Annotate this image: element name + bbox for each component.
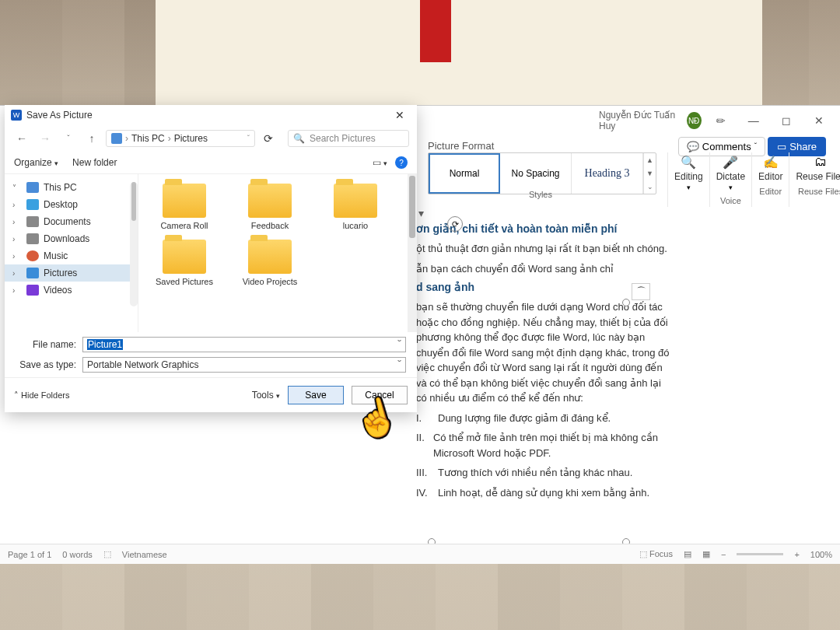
- proofing-icon[interactable]: ⬚: [103, 549, 111, 559]
- styles-expand[interactable]: ▲▼⌄: [643, 153, 656, 194]
- folder-item[interactable]: Camera Roll: [142, 180, 227, 233]
- crumb-pc[interactable]: This PC: [131, 133, 165, 144]
- dialog-titlebar: W Save As Picture ✕: [5, 105, 417, 125]
- chevron-down-icon: ˇ: [754, 142, 757, 151]
- breadcrumb[interactable]: › This PC › Pictures ˇ: [106, 130, 255, 147]
- minimize-button[interactable]: —: [740, 109, 767, 132]
- tree-this-pc[interactable]: ˅This PC: [5, 179, 138, 196]
- files-icon: 🗂: [813, 154, 828, 170]
- rotate-handle[interactable]: ⟳: [447, 216, 463, 232]
- pointer-cursor-overlay: [354, 397, 393, 443]
- ribbon-right-groups: 🔍Editing▾ 🎤Dictate▾Voice ✍EditorEditor 🗂…: [667, 152, 834, 207]
- editing-group[interactable]: 🔍Editing▾: [667, 152, 709, 207]
- ink-icon[interactable]: ✎: [703, 103, 738, 138]
- layout-options-icon[interactable]: ⌒: [632, 283, 650, 300]
- editor-group[interactable]: ✍EditorEditor: [751, 152, 789, 207]
- filetype-label: Save as type:: [16, 359, 82, 370]
- folder-icon: [248, 240, 292, 274]
- forward-button[interactable]: →: [36, 132, 54, 145]
- folder-item[interactable]: Saved Pictures: [142, 236, 227, 289]
- doc-p2: ẫn bạn cách chuyển đổi Word sang ảnh chỉ: [416, 261, 673, 277]
- filename-input[interactable]: Picture1: [82, 337, 406, 352]
- statusbar: Page 1 of 1 0 words ⬚ Vietnamese ⬚ Focus…: [0, 544, 840, 564]
- filename-label: File name:: [16, 339, 82, 350]
- user-name: Nguyễn Đức Tuấn Huy: [599, 110, 681, 131]
- recent-dropdown[interactable]: ˇ: [59, 135, 78, 143]
- organize-button[interactable]: Organize ▾: [14, 157, 58, 168]
- tree-documents[interactable]: ›Documents: [5, 213, 138, 230]
- zoom-in[interactable]: +: [794, 550, 799, 559]
- folder-item[interactable]: lucario: [313, 180, 398, 233]
- zoom-out[interactable]: −: [721, 550, 726, 559]
- new-folder-button[interactable]: New folder: [72, 157, 117, 168]
- doc-p3: bạn sẽ thường chuyển file dưới dạng Word…: [416, 299, 673, 406]
- comment-icon: 💬: [687, 141, 699, 152]
- list-item: II.Có thể mở file ảnh trên mọi thiết bị …: [416, 430, 673, 460]
- style-normal[interactable]: Normal: [429, 153, 500, 194]
- crumb-pictures[interactable]: Pictures: [174, 133, 208, 144]
- search-icon: 🔍: [681, 154, 696, 170]
- hide-folders-button[interactable]: ˄ Hide Folders: [14, 390, 69, 401]
- file-list[interactable]: Camera Roll Feedback lucario Saved Pictu…: [138, 174, 417, 332]
- tree-desktop[interactable]: ›Desktop: [5, 196, 138, 213]
- avatar[interactable]: NĐ: [687, 112, 702, 129]
- folder-icon: [163, 240, 206, 274]
- folder-icon: [248, 184, 292, 218]
- refresh-button[interactable]: ⟳: [260, 132, 277, 145]
- maximize-button[interactable]: ◻: [773, 109, 800, 132]
- tree-videos[interactable]: ›Videos: [5, 282, 138, 299]
- styles-group-label: Styles: [529, 190, 552, 199]
- filename-fields: File name: Picture1 Save as type: Portab…: [5, 332, 417, 377]
- list-item: III.Tương thích với nhiều nền tảng khác …: [416, 465, 673, 481]
- save-button[interactable]: Save: [288, 386, 344, 404]
- dialog-toolbar: Organize ▾ New folder ▭ ▾ ?: [5, 152, 417, 173]
- view-web[interactable]: ▦: [702, 549, 710, 559]
- dictate-group[interactable]: 🎤Dictate▾Voice: [709, 152, 751, 207]
- tree-music[interactable]: ›Music: [5, 247, 138, 264]
- filetype-select[interactable]: Portable Network Graphics: [82, 357, 406, 373]
- list-item: I.Dung lượng file được giảm đi đáng kể.: [416, 411, 673, 426]
- search-input[interactable]: 🔍 Search Pictures: [288, 130, 409, 147]
- doc-p1: ột thủ thuật đơn giản nhưng lại rất ít b…: [416, 241, 673, 257]
- folder-tree[interactable]: ˅This PC ›Desktop ›Documents ›Downloads …: [5, 174, 138, 332]
- mic-icon: 🎤: [723, 154, 738, 170]
- tree-scrollbar[interactable]: [130, 182, 138, 306]
- styles-gallery[interactable]: Normal No Spacing Heading 3 ▲▼⌄: [428, 152, 656, 194]
- back-button[interactable]: ←: [12, 132, 31, 145]
- document-body[interactable]: ⟳ ơn giản, chi tiết và hoàn toàn miễn ph…: [416, 222, 677, 541]
- save-as-dialog: W Save As Picture ✕ ← → ˇ ↑ › This PC › …: [5, 105, 417, 412]
- up-button[interactable]: ↑: [82, 132, 101, 145]
- nav-bar: ← → ˇ ↑ › This PC › Pictures ˇ ⟳ 🔍 Searc…: [5, 125, 417, 152]
- language[interactable]: Vietnamese: [122, 550, 167, 559]
- help-icon[interactable]: ?: [395, 156, 408, 169]
- dialog-close-button[interactable]: ✕: [389, 109, 411, 121]
- page-count[interactable]: Page 1 of 1: [8, 550, 51, 559]
- titlebar: Nguyễn Đức Tuấn Huy NĐ ✎ — ◻ ✕: [599, 105, 840, 136]
- word-count[interactable]: 0 words: [62, 550, 93, 559]
- view-button[interactable]: ▭ ▾: [373, 157, 387, 168]
- reuse-files-group[interactable]: 🗂Reuse FilesReuse Files: [789, 152, 840, 207]
- bookmark-ribbon: [420, 0, 451, 62]
- close-button[interactable]: ✕: [806, 109, 832, 132]
- tools-button[interactable]: Tools ▾: [252, 390, 280, 401]
- files-scrollbar[interactable]: [408, 174, 417, 332]
- search-icon: 🔍: [293, 133, 305, 144]
- zoom-level[interactable]: 100%: [810, 550, 832, 559]
- zoom-slider[interactable]: [737, 553, 783, 555]
- tree-downloads[interactable]: ›Downloads: [5, 230, 138, 247]
- folder-item[interactable]: Video Projects: [227, 236, 313, 289]
- selection-handle[interactable]: [622, 299, 630, 306]
- style-no-spacing[interactable]: No Spacing: [500, 153, 572, 194]
- style-heading3[interactable]: Heading 3: [572, 153, 643, 194]
- focus-mode[interactable]: ⬚ Focus: [639, 549, 673, 559]
- ruler-dropdown[interactable]: ▾: [418, 207, 424, 219]
- folder-icon: [163, 184, 206, 218]
- view-print[interactable]: ▤: [684, 549, 691, 559]
- tree-pictures[interactable]: ›Pictures: [5, 264, 138, 282]
- tab-picture-format[interactable]: Picture Format: [428, 140, 494, 152]
- pc-icon: [111, 133, 122, 144]
- word-icon: W: [11, 110, 22, 121]
- folder-item[interactable]: Feedback: [227, 180, 313, 233]
- share-icon: ▭: [777, 141, 786, 152]
- folder-icon: [334, 184, 377, 218]
